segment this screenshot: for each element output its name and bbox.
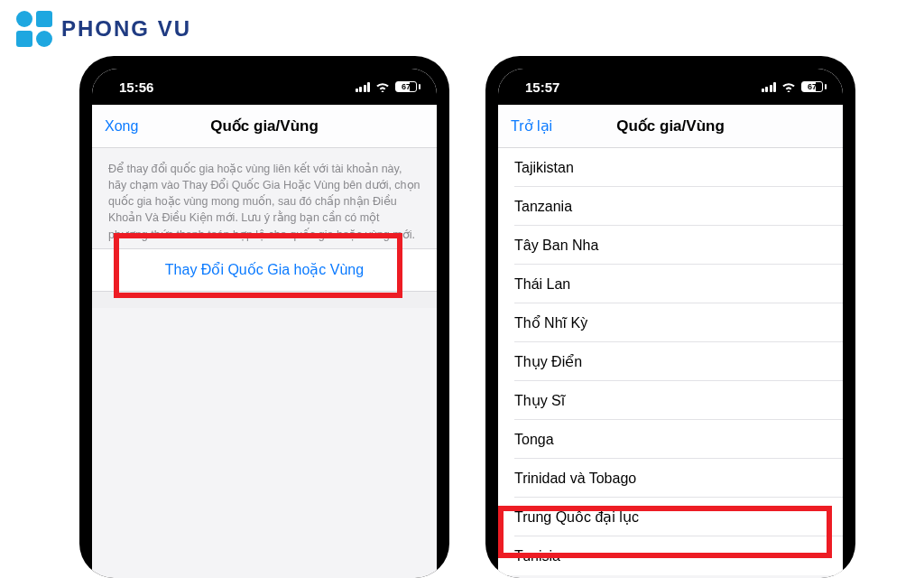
brand-logo: PHONG VU	[16, 11, 191, 47]
cellular-icon	[356, 82, 371, 92]
nav-title: Quốc gia/Vùng	[616, 117, 725, 135]
phone-mockup-right: 15:57 67 Trở lại Quốc gia/Vùng Tajikista…	[485, 56, 855, 578]
section-gap	[92, 292, 437, 308]
nav-bar: Trở lại Quốc gia/Vùng	[498, 105, 843, 148]
country-item[interactable]: Thụy Sĩ	[498, 381, 843, 420]
battery-icon: 67	[395, 81, 420, 92]
brand-logo-mark	[16, 11, 52, 47]
battery-icon: 67	[801, 81, 827, 92]
country-item[interactable]: Tây Ban Nha	[498, 226, 843, 265]
help-text: Để thay đổi quốc gia hoặc vùng liên kết …	[92, 148, 437, 248]
nav-title: Quốc gia/Vùng	[210, 117, 319, 135]
brand-name: PHONG VU	[61, 16, 191, 42]
phone-mockup-left: 15:56 67 Xong Quốc gia/Vùng Để thay đổi …	[79, 56, 449, 578]
country-item[interactable]: Tanzania	[498, 187, 843, 226]
status-time: 15:57	[525, 79, 559, 95]
status-bar: 15:57 67	[498, 69, 843, 105]
country-item[interactable]: Thổ Nhĩ Kỳ	[498, 303, 843, 342]
nav-back-button[interactable]: Trở lại	[511, 117, 552, 135]
country-item[interactable]: Trinidad và Tobago	[498, 459, 843, 498]
battery-level: 67	[395, 81, 417, 92]
status-time: 15:56	[119, 79, 153, 95]
country-item[interactable]: Trung Quốc đại lục	[498, 498, 843, 536]
country-item[interactable]: Tonga	[498, 420, 843, 459]
country-item[interactable]: Thái Lan	[498, 265, 843, 303]
country-list[interactable]: TajikistanTanzaniaTây Ban NhaThái LanThổ…	[498, 148, 843, 575]
cellular-icon	[762, 82, 777, 92]
nav-bar: Xong Quốc gia/Vùng	[92, 105, 437, 148]
nav-done-button[interactable]: Xong	[105, 118, 138, 135]
country-item[interactable]: Thụy Điển	[498, 342, 843, 381]
battery-level: 67	[801, 81, 823, 92]
wifi-icon	[375, 81, 390, 92]
change-country-button[interactable]: Thay Đổi Quốc Gia hoặc Vùng	[92, 248, 437, 292]
status-bar: 15:56 67	[92, 69, 437, 105]
country-item[interactable]: Tunisia	[498, 536, 843, 575]
wifi-icon	[781, 81, 796, 92]
country-item[interactable]: Tajikistan	[498, 148, 843, 187]
